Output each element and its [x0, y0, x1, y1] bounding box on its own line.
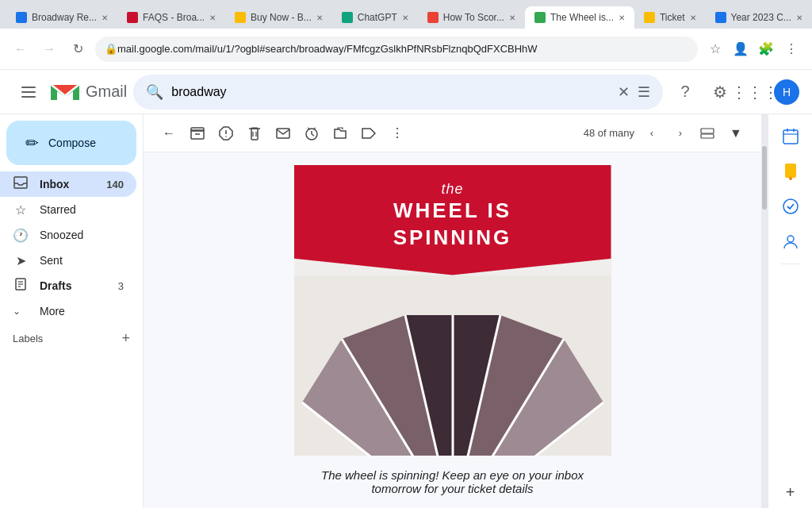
report-spam-button[interactable] — [213, 121, 239, 146]
gmail-wordmark: Gmail — [86, 83, 127, 101]
labels-title: Labels — [13, 333, 43, 344]
mark-unread-button[interactable] — [270, 121, 296, 146]
svg-rect-9 — [191, 128, 204, 131]
pagination-next[interactable]: › — [669, 122, 691, 144]
labels-section: Labels + — [0, 324, 143, 353]
tab-label: Ticket — [660, 12, 685, 23]
more-menu-icon[interactable]: ⋮ — [780, 38, 802, 60]
tab-chatgpt[interactable]: ChatGPT ✕ — [332, 6, 418, 29]
tab-broadway-re[interactable]: Broadway Re... ✕ — [6, 6, 117, 29]
tab-close-icon[interactable]: ✕ — [796, 13, 802, 22]
tab-favicon — [715, 12, 726, 23]
sidebar: ✏ Compose Inbox 140 ☆ Starred 🕐 — [0, 114, 143, 508]
address-bar[interactable]: 🔒 mail.google.com/mail/u/1/?ogbl#search/… — [95, 37, 698, 62]
forward-button[interactable]: → — [38, 38, 60, 60]
tab-close-icon[interactable]: ✕ — [209, 13, 216, 22]
search-input[interactable] — [171, 85, 610, 99]
chevron-down-icon: ⌄ — [13, 306, 21, 317]
sidebar-item-drafts[interactable]: Drafts 3 — [0, 273, 136, 298]
svg-rect-3 — [14, 177, 27, 188]
tab-wheel[interactable]: The Wheel is... ✕ — [525, 6, 634, 29]
svg-point-13 — [225, 136, 227, 137]
tab-label: Year 2023 C... — [731, 12, 791, 23]
move-to-button[interactable] — [327, 121, 353, 146]
tab-label: Broadway Re... — [32, 12, 97, 23]
sidebar-item-snoozed[interactable]: 🕐 Snoozed — [0, 222, 136, 248]
tab-close-icon[interactable]: ✕ — [402, 13, 408, 22]
delete-button[interactable] — [242, 121, 267, 146]
archive-button[interactable] — [185, 121, 210, 146]
tab-how-to[interactable]: How To Scor... ✕ — [418, 6, 525, 29]
compose-button[interactable]: ✏ Compose — [6, 121, 136, 165]
sent-icon: ➤ — [13, 253, 29, 268]
search-clear-icon[interactable]: ✕ — [618, 83, 630, 101]
profile-icon[interactable]: 👤 — [730, 38, 752, 60]
tab-favicon — [235, 12, 246, 23]
inbox-icon — [13, 176, 29, 192]
tab-close-icon[interactable]: ✕ — [509, 13, 515, 22]
google-calendar-icon[interactable] — [775, 121, 806, 152]
google-keep-icon[interactable] — [775, 156, 806, 187]
inbox-label: Inbox — [40, 178, 95, 190]
svg-point-45 — [789, 177, 792, 180]
scroll-thumb[interactable] — [762, 146, 767, 210]
tab-label: FAQS - Broa... — [143, 12, 205, 23]
search-options-icon[interactable]: ☰ — [638, 83, 650, 101]
svg-point-46 — [783, 199, 798, 214]
banner-title-line2: SPINNING — [393, 225, 512, 249]
pagination: 48 of many ‹ › — [584, 122, 691, 144]
hamburger-menu[interactable] — [13, 76, 44, 108]
tab-close-icon[interactable]: ✕ — [619, 13, 625, 22]
apps-icon[interactable]: ⋮⋮⋮ — [739, 76, 771, 108]
pagination-prev[interactable]: ‹ — [641, 122, 663, 144]
reload-button[interactable]: ↻ — [67, 38, 89, 60]
star-icon: ☆ — [13, 202, 29, 217]
google-contacts-icon[interactable] — [775, 225, 806, 257]
tab-label: How To Scor... — [443, 12, 504, 23]
avatar[interactable]: H — [774, 79, 799, 105]
email-caption: The wheel is spinning! Keep an eye on yo… — [321, 468, 584, 495]
view-toggle-button[interactable] — [695, 121, 720, 146]
tab-year2023[interactable]: Year 2023 C... ✕ — [706, 6, 812, 29]
tab-favicon — [16, 12, 27, 23]
search-bar[interactable]: 🔍 ✕ ☰ — [133, 75, 663, 110]
add-label-button[interactable]: + — [121, 330, 130, 347]
more-actions-button[interactable]: ⋮ — [385, 121, 410, 146]
tab-ticket[interactable]: Ticket ✕ — [634, 6, 706, 29]
sent-label: Sent — [40, 254, 124, 267]
email-toolbar: ← — [144, 114, 761, 152]
svg-line-21 — [312, 134, 314, 136]
extensions-icon[interactable]: 🧩 — [755, 38, 777, 60]
compose-label: Compose — [48, 137, 96, 149]
tab-close-icon[interactable]: ✕ — [690, 13, 696, 22]
labels-button[interactable] — [356, 121, 381, 146]
scrollbar[interactable] — [761, 114, 768, 508]
gmail-logo: Gmail — [51, 81, 127, 103]
tab-close-icon[interactable]: ✕ — [316, 13, 323, 22]
google-tasks-icon[interactable] — [775, 190, 806, 222]
pagination-text: 48 of many — [584, 127, 634, 139]
bookmark-icon[interactable]: ☆ — [704, 38, 726, 60]
tab-label: Buy Now - B... — [251, 12, 312, 23]
tab-buy-now[interactable]: Buy Now - B... ✕ — [225, 6, 332, 29]
snooze-button[interactable] — [299, 121, 324, 146]
view-dropdown-button[interactable]: ▼ — [723, 121, 749, 146]
tab-faqs[interactable]: FAQS - Broa... ✕ — [117, 6, 225, 29]
sidebar-item-more[interactable]: ⌄ More — [0, 298, 143, 324]
back-to-list-button[interactable]: ← — [156, 121, 182, 146]
wheel-graphic — [294, 275, 611, 456]
nav-icons: ☆ 👤 🧩 ⋮ — [704, 38, 802, 60]
help-icon[interactable]: ? — [669, 76, 701, 108]
address-text: mail.google.com/mail/u/1/?ogbl#search/br… — [117, 43, 538, 55]
tab-favicon — [534, 12, 546, 23]
sidebar-item-starred[interactable]: ☆ Starred — [0, 197, 136, 222]
add-panel-button[interactable]: + — [786, 483, 795, 502]
sidebar-item-inbox[interactable]: Inbox 140 — [0, 171, 136, 197]
back-button[interactable]: ← — [10, 38, 32, 60]
sidebar-item-sent[interactable]: ➤ Sent — [0, 248, 136, 273]
header-right: ? ⚙ ⋮⋮⋮ H — [669, 76, 799, 108]
tab-close-icon[interactable]: ✕ — [102, 13, 108, 22]
drafts-count: 3 — [118, 280, 124, 292]
svg-rect-1 — [21, 91, 36, 93]
svg-rect-25 — [701, 134, 714, 138]
